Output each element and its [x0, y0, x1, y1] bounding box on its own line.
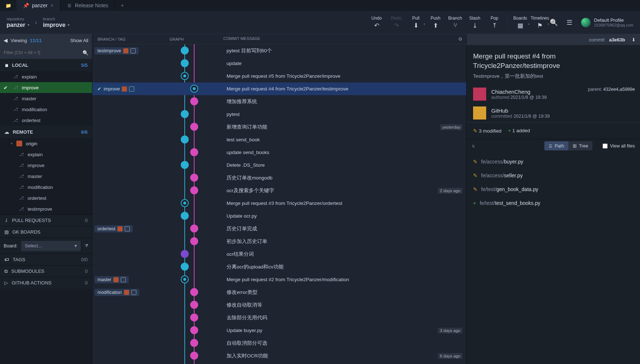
- tab-panzer[interactable]: 📌 panzer ×: [16, 0, 60, 11]
- commit-row[interactable]: modification修改error类型: [92, 286, 466, 299]
- board-select[interactable]: Select...▾: [21, 241, 81, 251]
- sidebar-remote-origin[interactable]: ▾origin: [0, 138, 92, 149]
- committer-name: GitHub: [491, 108, 550, 114]
- commit-message: pytest: [218, 112, 466, 117]
- sidebar-remote-branch-improve[interactable]: improve: [0, 160, 92, 171]
- view-all-checkbox[interactable]: View all files: [603, 143, 635, 149]
- commit-row[interactable]: Merge pull request #5 from Tricycle2Panz…: [92, 70, 466, 82]
- commit-row[interactable]: Delete .DS_Store: [92, 159, 466, 171]
- sidebar-branch-explain[interactable]: explain: [0, 71, 92, 82]
- chevron-right-icon[interactable]: ›: [33, 19, 39, 26]
- commit-title: Merge pull request #4 from Tricycle2Panz…: [467, 45, 640, 73]
- commit-row[interactable]: 自动取消部分可选: [92, 337, 466, 349]
- commit-row[interactable]: masterMerge pull request #2 from Tricycl…: [92, 273, 466, 286]
- commit-row[interactable]: ordertest历史订单完成: [92, 222, 466, 235]
- commit-row[interactable]: Update buyer.py3 days ago: [92, 324, 466, 337]
- tree-toggle[interactable]: Tree: [568, 141, 592, 150]
- sidebar-branch-ordertest[interactable]: ordertest: [0, 115, 92, 126]
- commit-row[interactable]: 新增查询订单功能yesterday: [92, 121, 466, 133]
- submodules-section[interactable]: SUBMODULES 0: [0, 265, 92, 277]
- commit-message: pytest 目前写到60个: [218, 48, 466, 54]
- commit-date: yesterday: [440, 124, 463, 130]
- commit-row[interactable]: 初步加入历史订单: [92, 235, 466, 248]
- github-actions-section[interactable]: GITHUB ACTIONS 0: [0, 277, 92, 288]
- sort-icon[interactable]: [472, 143, 474, 149]
- file-row[interactable]: ✎fe/access/buyer.py: [467, 155, 640, 169]
- show-all-button[interactable]: Show All: [70, 38, 88, 43]
- pull-button[interactable]: Pull▾: [406, 12, 426, 33]
- parent-label[interactable]: parent: 432ee4,a5989e: [588, 87, 635, 92]
- commit-row[interactable]: update: [92, 57, 466, 70]
- sidebar-branch-improve[interactable]: improve: [0, 82, 92, 93]
- committer-avatar: [473, 106, 486, 120]
- sidebar-branch-master[interactable]: master: [0, 93, 92, 104]
- sidebar-branch-modification[interactable]: modification: [0, 104, 92, 115]
- gear-icon[interactable]: ⚙: [458, 36, 463, 42]
- sidebar-remote-branch-explain[interactable]: explain: [0, 149, 92, 160]
- file-row[interactable]: +fe/test/test_send_books.py: [467, 196, 640, 210]
- filter-input[interactable]: [4, 50, 83, 55]
- branch-selector[interactable]: improve▾: [43, 22, 69, 28]
- menu-icon[interactable]: [567, 19, 572, 27]
- commit-row[interactable]: ✔ improveMerge pull request #4 from Tric…: [92, 82, 466, 95]
- commit-message: 修改自动取消等: [218, 302, 466, 308]
- sidebar-remote-branch-ordertest[interactable]: ordertest: [0, 193, 92, 203]
- sidebar-remote-branch-modification[interactable]: modification: [0, 182, 92, 193]
- branch-button[interactable]: Branch: [445, 12, 465, 33]
- commit-message: Merge pull request #3 from Tricycle2Panz…: [218, 201, 466, 206]
- commit-row[interactable]: ocr结果分词: [92, 248, 466, 260]
- pull-requests-section[interactable]: PULL REQUESTS 0: [0, 214, 92, 226]
- commit-message: Merge pull request #4 from Tricycle2Panz…: [218, 86, 466, 92]
- remote-section[interactable]: REMOTE 6/6: [0, 126, 92, 138]
- commit-message: 修改error类型: [218, 289, 466, 296]
- boards-button[interactable]: Boards▾: [511, 12, 530, 33]
- author-avatar: [473, 88, 486, 101]
- commit-row[interactable]: 分离ocr的upload和cv功能: [92, 260, 466, 273]
- commit-row[interactable]: 修改自动取消等: [92, 299, 466, 311]
- commit-row[interactable]: Update ocr.py: [92, 210, 466, 222]
- commit-hash[interactable]: a3e63b: [609, 37, 625, 43]
- commit-row[interactable]: 加入实时OCR功能6 days ago: [92, 349, 466, 362]
- sidebar-remote-branch-testimprove[interactable]: testimprove: [0, 203, 92, 214]
- close-icon[interactable]: ×: [51, 3, 53, 8]
- tab-release-notes[interactable]: 🗎 Release Notes: [60, 0, 115, 11]
- undo-button[interactable]: Undo: [367, 12, 387, 33]
- commit-row[interactable]: 去除部分无用代码: [92, 311, 466, 324]
- new-tab-button[interactable]: ＋: [115, 0, 130, 11]
- file-row[interactable]: ✎fe/access/seller.py: [467, 169, 640, 182]
- commit-message: Merge pull request #5 from Tricycle2Panz…: [218, 73, 466, 79]
- push-button[interactable]: Push: [426, 12, 445, 33]
- download-icon[interactable]: [632, 37, 636, 43]
- commit-row[interactable]: Merge pull request #3 from Tricycle2Panz…: [92, 197, 466, 210]
- commit-row[interactable]: pytest: [92, 108, 466, 121]
- repo-selector[interactable]: panzer▾: [7, 22, 29, 28]
- commit-row[interactable]: test send_book: [92, 133, 466, 146]
- path-toggle[interactable]: Path: [544, 141, 568, 150]
- filter-icon[interactable]: [84, 243, 88, 249]
- commit-message: Merge pull request #2 from Tricycle2Panz…: [218, 277, 466, 282]
- commit-row[interactable]: update send_books: [92, 146, 466, 159]
- gk-boards-section[interactable]: GK BOARDS: [0, 226, 92, 238]
- commit-row[interactable]: testimprovepytest 目前写到60个: [92, 44, 466, 57]
- commit-message: Delete .DS_Store: [218, 162, 466, 168]
- stash-button[interactable]: Stash: [465, 12, 485, 33]
- commit-row[interactable]: 历史订单改mongodb: [92, 171, 466, 184]
- redo-button[interactable]: Redo: [387, 12, 406, 33]
- local-section[interactable]: LOCAL 5/5: [0, 59, 92, 71]
- repo-label: repository: [7, 17, 29, 21]
- timelines-button[interactable]: Timelines▾: [530, 12, 550, 33]
- profile-menu[interactable]: Default Profile 1530875862@qq.com: [581, 17, 633, 27]
- back-icon[interactable]: ◀: [4, 37, 8, 43]
- commit-row[interactable]: ocr及搜索多个关键字2 days ago: [92, 184, 466, 197]
- commit-row[interactable]: 增加推荐系统: [92, 95, 466, 108]
- folder-icon[interactable]: 📁: [0, 0, 16, 11]
- file-row[interactable]: ✎fe/test/gen_book_data.py: [467, 182, 640, 196]
- branch-column-header: BRANCH / TAG: [92, 37, 165, 41]
- tags-section[interactable]: TAGS 0/0: [0, 254, 92, 265]
- pop-button[interactable]: Pop: [485, 12, 504, 33]
- search-icon[interactable]: [550, 19, 558, 27]
- commit-date: 3 days ago: [438, 328, 463, 333]
- commit-message: test send_book: [218, 137, 466, 142]
- search-icon[interactable]: [83, 50, 88, 56]
- sidebar-remote-branch-master[interactable]: master: [0, 171, 92, 182]
